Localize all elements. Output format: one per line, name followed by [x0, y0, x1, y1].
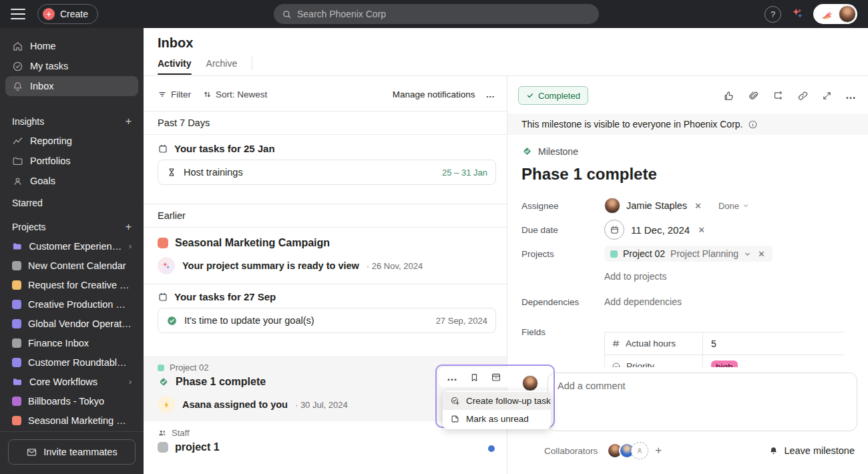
chevron-right-icon[interactable]: › [129, 377, 132, 387]
sidebar-item-goals[interactable]: Goals [5, 171, 138, 191]
completed-status-button[interactable]: Completed [518, 86, 588, 105]
topbar-right: ? [765, 4, 857, 24]
comment-box[interactable] [548, 373, 857, 431]
sidebar-project-creative-production[interactable]: Creative Production EMEA [5, 294, 138, 314]
chevron-down-icon[interactable] [744, 250, 751, 258]
search-bar[interactable] [274, 4, 599, 24]
project-color-swatch [12, 397, 21, 406]
notification-project1[interactable]: Staff project 1 [144, 428, 507, 453]
bookmark-icon [469, 373, 479, 383]
sidebar-project-customer-roundtable[interactable]: Customer Roundtable Se... [5, 352, 138, 372]
ai-sparkle-icon[interactable] [791, 7, 804, 21]
home-icon [12, 41, 23, 52]
remove-project-button[interactable]: ✕ [756, 249, 767, 259]
date-range: 25 – 31 Jan [442, 168, 487, 178]
project-color-swatch [12, 416, 21, 425]
notification-seasonal-marketing-campaign[interactable]: Seasonal Marketing Campaign [158, 237, 493, 249]
leave-milestone-button[interactable]: Leave milestone [769, 445, 855, 456]
sidebar-footer: Invite teammates [0, 431, 144, 474]
bell-icon [12, 81, 23, 92]
remove-due-date-button[interactable]: ✕ [696, 225, 706, 235]
create-button[interactable]: + Create [37, 4, 98, 24]
search-icon [282, 9, 292, 19]
check-icon [526, 91, 534, 99]
sidebar-item-reporting[interactable]: Reporting [5, 131, 138, 151]
tab-activity[interactable]: Activity [158, 58, 192, 75]
comment-input[interactable] [558, 381, 847, 391]
like-button[interactable] [723, 90, 734, 101]
sort-button[interactable]: Sort: Newest [203, 89, 267, 99]
hamburger-menu-icon[interactable] [11, 9, 25, 19]
milestone-title[interactable]: Phase 1 complete [521, 165, 857, 184]
tab-archive[interactable]: Archive [206, 58, 238, 75]
chevron-down-icon [742, 202, 749, 209]
sidebar-item-my-tasks[interactable]: My tasks [5, 56, 138, 76]
project-chip[interactable]: Project 02 Project Planning ✕ [604, 246, 773, 262]
sidebar-item-inbox[interactable]: Inbox [5, 76, 138, 96]
remove-assignee-button[interactable]: ✕ [693, 201, 703, 211]
add-to-projects-link[interactable]: Add to projects [604, 271, 666, 282]
sidebar-project-request-creative[interactable]: Request for Creative Pro... [5, 275, 138, 294]
add-dependencies-link[interactable]: Add dependencies [604, 296, 682, 307]
sidebar-project-new-content-calendar[interactable]: New Content Calendar [5, 256, 138, 275]
paperclip-icon [748, 90, 759, 101]
subtasks-button[interactable] [773, 90, 784, 101]
sidebar-project-core-workflows[interactable]: Core Workflows › [5, 372, 138, 391]
menu-item-create-follow-up[interactable]: Create follow-up task [443, 392, 551, 410]
sidebar-project-finance-inbox[interactable]: Finance Inbox [5, 333, 138, 352]
calendar-icon [158, 292, 168, 302]
check-circle-green-icon [166, 315, 178, 326]
help-button[interactable]: ? [765, 6, 781, 23]
section-header-earlier: Earlier [144, 204, 507, 228]
attach-button[interactable] [748, 90, 759, 101]
add-collaborator-placeholder[interactable] [631, 442, 648, 459]
sidebar-project-global-vendor[interactable]: Global Vendor Operations [5, 314, 138, 333]
sidebar-project-customer-experience[interactable]: Customer Experienc... › [5, 236, 138, 256]
add-collaborator-button[interactable]: + [655, 444, 662, 457]
inbox-header: Inbox Activity Archive [144, 28, 868, 76]
info-icon[interactable] [748, 120, 758, 130]
project-color-swatch [158, 238, 168, 248]
folder-icon [12, 156, 23, 167]
sidebar-project-billboards-tokyo[interactable]: Billboards - Tokyo [5, 391, 138, 411]
assignee-value[interactable]: Jamie Staples ✕ Done [604, 198, 749, 214]
filter-button[interactable]: Filter [158, 89, 191, 99]
archive-button[interactable] [491, 372, 501, 383]
follow-up-task-icon [450, 396, 460, 406]
add-project-button[interactable]: + [126, 221, 132, 233]
assignee-state-dropdown[interactable]: Done [718, 201, 749, 211]
assignee-avatar [604, 198, 620, 214]
sidebar-section-starred: Starred [0, 196, 144, 210]
notification-date: · 26 Nov, 2024 [367, 261, 423, 271]
field-row-actual-hours[interactable]: Actual hours 5 [605, 332, 845, 355]
notification-host-trainings[interactable]: Host trainings 25 – 31 Jan [158, 160, 496, 185]
due-date-value[interactable]: 11 Dec, 2024 ✕ [604, 220, 706, 240]
manage-notifications-link[interactable]: Manage notifications [393, 89, 475, 99]
detail-more-button[interactable]: … [845, 89, 857, 101]
notification-actions-popup: … Create follow-up task Mark as unread [435, 365, 555, 428]
chevron-right-icon[interactable]: › [129, 242, 132, 251]
unread-indicator[interactable] [488, 445, 495, 452]
notification-more-button[interactable]: … [447, 371, 458, 383]
add-insight-button[interactable]: + [126, 115, 132, 128]
bookmark-button[interactable] [469, 373, 479, 383]
fullscreen-button[interactable] [822, 91, 832, 101]
folder-icon [12, 241, 23, 252]
due-date-row: Due date 11 Dec, 2024 ✕ [521, 220, 857, 240]
visibility-banner: This milestone is visible to everyone in… [507, 113, 868, 135]
menu-item-mark-unread[interactable]: Mark as unread [443, 410, 551, 428]
notification-update-goals[interactable]: It's time to update your goal(s) 27 Sep,… [158, 308, 496, 333]
list-more-button[interactable]: … [486, 89, 497, 99]
group-title-27-sep: Your tasks for 27 Sep [158, 291, 493, 302]
sidebar-item-home[interactable]: Home [5, 36, 138, 56]
sidebar-project-seasonal-marketing[interactable]: Seasonal Marketing Cam... [5, 411, 138, 430]
subtask-icon [773, 90, 784, 101]
search-input[interactable] [297, 9, 591, 19]
copy-link-button[interactable] [797, 90, 809, 101]
milestone-detail-panel: Completed … This milestone is visible [507, 76, 868, 474]
folder-icon [12, 377, 23, 387]
account-button[interactable] [813, 4, 857, 24]
sidebar-item-portfolios[interactable]: Portfolios [5, 151, 138, 171]
invite-teammates-button[interactable]: Invite teammates [8, 439, 136, 465]
notification-project-summary[interactable]: Your project summary is ready to view · … [158, 257, 493, 274]
